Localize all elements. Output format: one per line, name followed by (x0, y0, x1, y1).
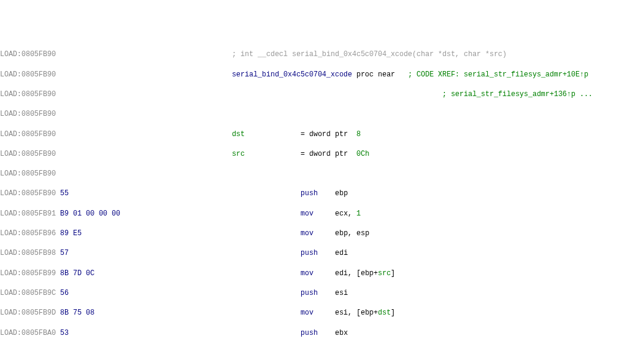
disasm-line[interactable]: LOAD:0805FBA0 53 push ebx (0, 328, 644, 338)
disasm-line[interactable]: LOAD:0805FB98 57 push edi (0, 248, 644, 258)
disasm-line[interactable]: LOAD:0805FB90 ; serial_str_filesys_admr+… (0, 90, 644, 100)
disasm-line[interactable]: LOAD:0805FB90 src = dword ptr 0Ch (0, 149, 644, 159)
disasm-line[interactable]: LOAD:0805FB90 (0, 109, 644, 119)
mnemonic: push (301, 189, 318, 198)
disasm-line[interactable]: LOAD:0805FB90 55 push ebp (0, 189, 644, 199)
arg-dst: dst (232, 130, 245, 138)
code-xref: ; serial_str_filesys_admr+136↑p ... (442, 90, 593, 98)
disasm-line[interactable]: LOAD:0805FB90 serial_bind_0x4c5c0704_xco… (0, 70, 644, 80)
segment: LOAD (0, 50, 17, 58)
disasm-line[interactable]: LOAD:0805FB90 (0, 169, 644, 179)
arg-src: src (232, 150, 245, 158)
disasm-line[interactable]: LOAD:0805FB91 B9 01 00 00 00 mov ecx, 1 (0, 209, 644, 219)
disasm-line[interactable]: LOAD:0805FB90 ; int __cdecl serial_bind_… (0, 50, 644, 60)
disasm-line[interactable]: LOAD:0805FB9D 8B 75 08 mov esi, [ebp+dst… (0, 308, 644, 318)
disasm-line[interactable]: LOAD:0805FB90 dst = dword ptr 8 (0, 130, 644, 140)
disasm-line[interactable]: LOAD:0805FB9C 56 push esi (0, 288, 644, 298)
address: :0805FB90 (17, 50, 56, 58)
bytes: 55 (60, 189, 69, 198)
signature-comment: ; int __cdecl serial_bind_0x4c5c0704_xco… (232, 50, 507, 58)
disassembly-listing[interactable]: LOAD:0805FB90 ; int __cdecl serial_bind_… (0, 40, 644, 348)
disasm-line[interactable]: LOAD:0805FB99 8B 7D 0C mov edi, [ebp+src… (0, 269, 644, 279)
operands: ebp (335, 189, 348, 198)
disasm-line[interactable]: LOAD:0805FB96 89 E5 mov ebp, esp (0, 229, 644, 239)
proc-name: serial_bind_0x4c5c0704_xcode (232, 70, 352, 79)
code-xref: ; CODE XREF: serial_str_filesys_admr+10E… (408, 70, 588, 79)
